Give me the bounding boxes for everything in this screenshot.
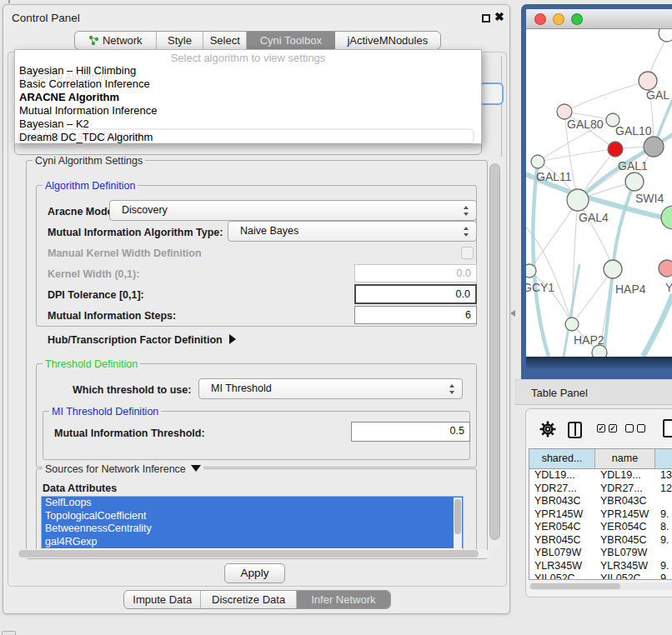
network-node[interactable] (659, 29, 672, 42)
tab-select[interactable]: Select (203, 32, 247, 49)
attribute-item-gal4rgexp[interactable]: gal4RGexp (42, 536, 463, 549)
settings-vertical-scrollbar[interactable] (488, 160, 502, 548)
gear-icon[interactable] (539, 420, 557, 442)
zoom-traffic-light[interactable] (571, 13, 583, 25)
network-node[interactable] (608, 142, 623, 157)
attribute-item-selfloops[interactable]: SelfLoops (42, 497, 463, 510)
network-node[interactable] (644, 137, 664, 157)
settings-vscroll-thumb[interactable] (489, 163, 500, 540)
aracne-mode-combobox[interactable]: Discovery (109, 200, 477, 221)
table-row[interactable]: YIL052CYIL052C9 (529, 572, 672, 580)
network-node-gcy1[interactable] (526, 264, 536, 278)
network-node-swi4[interactable] (661, 206, 672, 229)
settings-hscroll-thumb[interactable] (18, 550, 479, 558)
mi-threshold-field[interactable]: 0.5 (351, 422, 470, 442)
split-columns-icon[interactable] (568, 422, 582, 438)
close-window-icon[interactable]: ✖ (494, 10, 504, 23)
aracne-mode-value: Discovery (122, 204, 168, 216)
attribute-item-topologicalcoefficient[interactable]: TopologicalCoefficient (42, 510, 463, 523)
attribute-item-betweennesscentrality[interactable]: BetweennessCentrality (42, 522, 463, 536)
close-traffic-light[interactable] (534, 13, 546, 25)
deselect-all-columns-icon[interactable] (625, 424, 645, 432)
node-label-gal: GAL (646, 88, 669, 102)
table-cell: YBL079W (595, 547, 655, 560)
network-edge-highlighted[interactable] (533, 162, 549, 357)
attributes-scrollbar-thumb[interactable] (454, 499, 461, 534)
tab-impute-data[interactable]: Impute Data (124, 591, 201, 608)
dropdown-item-basic-correlation-inference[interactable]: Basic Correlation Inference (15, 78, 481, 91)
table-row[interactable]: YPR145WYPR145W9. (529, 508, 672, 522)
table-row[interactable]: YLR345WYLR345W9. (529, 560, 672, 573)
network-view-canvas[interactable]: GALGAL80GAL10GAL1SWI4GAL11GAL4GCY1HAP4YH… (526, 29, 672, 357)
table-cell: YBR045C (595, 534, 655, 548)
table-row[interactable]: YDR27...YDR27...12 (529, 482, 672, 496)
settings-horizontal-scrollbar[interactable] (17, 549, 489, 558)
network-edge[interactable] (538, 149, 615, 162)
network-edge-highlighted[interactable] (643, 294, 672, 357)
tab-style[interactable]: Style (157, 32, 204, 49)
network-node-gal[interactable] (639, 72, 657, 90)
tab-network[interactable]: Network (75, 32, 157, 49)
network-node-gal1[interactable] (625, 172, 644, 191)
network-node-y[interactable] (659, 260, 672, 277)
page-icon[interactable] (663, 419, 672, 438)
network-node[interactable] (592, 345, 607, 357)
table-cell: 8. (655, 521, 672, 534)
attributes-scrollbar[interactable] (454, 498, 462, 549)
minimize-traffic-light[interactable] (553, 13, 564, 25)
dropdown-item-mutual-information-inference[interactable]: Mutual Information Inference (15, 104, 481, 118)
table-cell: YBR043C (595, 495, 655, 508)
table-hscroll-thumb[interactable] (530, 583, 620, 589)
column-header-shared-[interactable]: shared... (529, 449, 595, 468)
dropdown-item-bayesian-hill-climbing[interactable]: Bayesian – Hill Climbing (15, 64, 481, 78)
table-row[interactable]: YBR043CYBR043C (529, 495, 672, 508)
bottom-left-button-fragment[interactable] (2, 631, 16, 635)
sources-legend-label: Sources for Network Inference (45, 463, 186, 475)
table-horizontal-scrollbar[interactable] (529, 582, 672, 590)
tab-discretize-data[interactable]: Discretize Data (201, 591, 296, 608)
apply-button[interactable]: Apply (224, 563, 285, 583)
table-cell: YIL052C (595, 572, 655, 580)
select-all-columns-icon[interactable]: ✓✓ (597, 424, 617, 432)
manual-kernel-checkbox[interactable] (461, 247, 474, 259)
network-node-gal11[interactable] (531, 155, 544, 168)
network-node-gal4[interactable] (567, 189, 589, 211)
algorithm-combobox-fragment[interactable] (479, 82, 504, 105)
dropdown-item-aracne-algorithm[interactable]: ARACNE Algorithm (15, 91, 481, 104)
hub-definition-toggle[interactable]: Hub/Transcription Factor Definition (48, 334, 236, 346)
network-node-hap4[interactable] (604, 260, 622, 278)
panel-splitter-collapse-icon[interactable] (510, 310, 515, 317)
network-edge[interactable] (564, 81, 648, 112)
dpi-tolerance-field[interactable]: 0.0 (354, 284, 477, 304)
node-label-y: Y (665, 281, 672, 294)
kernel-width-label: Kernel Width (0,1): (48, 268, 139, 280)
tab-jactivemnodules[interactable]: jActiveMNodules (335, 32, 440, 49)
table-cell: YDL19... (529, 469, 595, 482)
node-label-hap4: HAP4 (615, 282, 646, 296)
mi-type-combobox[interactable]: Naive Bayes (228, 221, 477, 242)
collapse-down-icon (191, 465, 201, 472)
which-threshold-combobox[interactable]: MI Threshold (198, 378, 463, 399)
dropdown-item-dream8-dc-tdc-algorithm[interactable]: Dream8 DC_TDC Algorithm (15, 131, 481, 144)
column-header-name[interactable]: name (595, 449, 655, 468)
table-row[interactable]: YBL079WYBL079W (529, 547, 672, 560)
float-window-icon[interactable] (482, 14, 490, 22)
tab-cyni-toolbox[interactable]: Cyni Toolbox (247, 32, 335, 49)
tab-infer-network[interactable]: Infer Network (297, 591, 390, 608)
mi-steps-field[interactable]: 6 (354, 306, 477, 324)
node-label-gal1: GAL1 (618, 159, 648, 172)
network-edge[interactable] (529, 200, 578, 271)
node-label-swi4: SWI4 (635, 192, 664, 205)
dropdown-item-bayesian-k2[interactable]: Bayesian – K2 (15, 118, 481, 131)
sources-legend-toggle[interactable]: Sources for Network Inference (43, 463, 203, 475)
mi-threshold-label: Mutual Information Threshold: (54, 428, 205, 439)
table-row[interactable]: YDL19...YDL19...13 (529, 469, 672, 482)
network-window-titlebar[interactable] (526, 9, 672, 29)
node-label-gal4: GAL4 (579, 211, 609, 224)
network-node-hap2[interactable] (565, 318, 579, 331)
kernel-width-field[interactable]: 0.0 (354, 264, 477, 282)
column-header-a[interactable]: A (655, 449, 672, 468)
table-row[interactable]: YBR045CYBR045C9. (529, 534, 672, 548)
table-cell: 9. (655, 560, 672, 573)
table-row[interactable]: YER054CYER054C8. (529, 521, 672, 534)
